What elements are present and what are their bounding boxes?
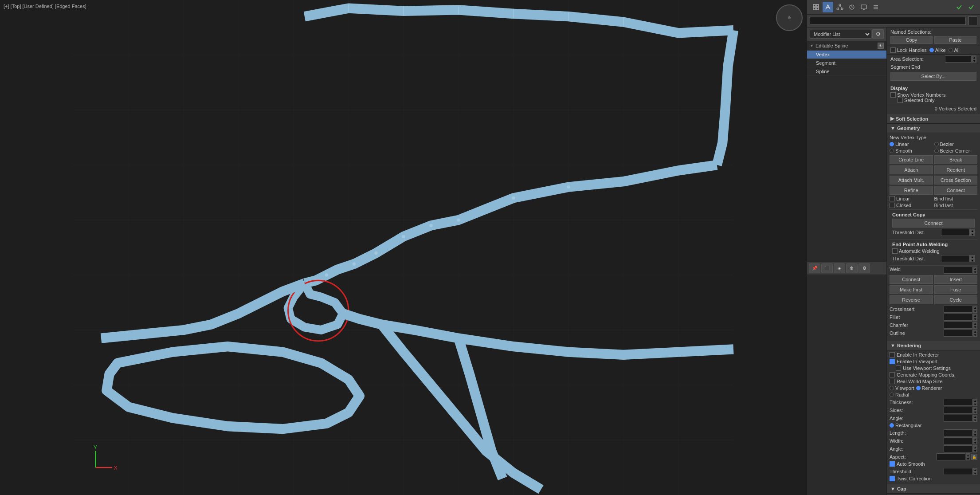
copy-button[interactable]: Copy <box>890 36 933 44</box>
connect-button[interactable]: Connect <box>934 186 978 195</box>
len-up[interactable]: ▲ <box>973 429 977 433</box>
renderer-rb[interactable] <box>916 386 921 390</box>
color-swatch[interactable] <box>968 16 977 25</box>
weld-up[interactable]: ▲ <box>973 267 977 270</box>
threshold-dist-input[interactable]: 0.0m <box>941 229 970 236</box>
cycle-button[interactable]: Cycle <box>934 295 978 304</box>
modifier-eye[interactable]: 👁 <box>878 43 884 49</box>
smooth-threshold-input[interactable]: 40.0 <box>944 468 972 475</box>
ci-up[interactable]: ▲ <box>973 306 977 309</box>
reverse-button[interactable]: Reverse <box>890 295 933 304</box>
bezier-rb[interactable] <box>934 142 939 146</box>
properties-panel[interactable]: Named Selections: Copy Paste Lock Handle… <box>887 28 980 495</box>
closed-check[interactable]: Closed <box>890 203 933 208</box>
radial-radio[interactable]: Radial <box>890 392 977 397</box>
tab-create[interactable] <box>811 2 821 12</box>
wid-down[interactable]: ▼ <box>973 441 977 444</box>
out-up[interactable]: ▲ <box>973 330 977 333</box>
twist-correction-check[interactable]: Twist Correction <box>890 476 977 481</box>
ang2-up[interactable]: ▲ <box>973 445 977 449</box>
closed-cb[interactable] <box>890 203 895 208</box>
cross-section-button[interactable]: Cross Section <box>934 176 978 185</box>
angle2-input[interactable]: 0.0 <box>944 445 972 452</box>
width-input[interactable]: 4.0m <box>944 437 972 444</box>
use-viewport-check[interactable]: Use Viewport Settings <box>896 365 977 371</box>
ang-down[interactable]: ▼ <box>973 418 977 422</box>
auto-smooth-check[interactable]: Auto Smooth <box>890 461 977 467</box>
smt-up[interactable]: ▲ <box>973 468 977 471</box>
weld-input[interactable]: 0.0m <box>944 267 972 274</box>
len-down[interactable]: ▼ <box>973 433 977 436</box>
alike-radio-btn[interactable] <box>929 48 934 52</box>
length-input[interactable]: 2.0m <box>944 429 972 436</box>
outline-input[interactable]: 0.0m <box>944 330 972 337</box>
viewport[interactable]: [+] [Top] [User Defined] [Edged Faces] ⊕ <box>0 0 807 495</box>
refine-button[interactable]: Refine <box>890 186 933 195</box>
cha-up[interactable]: ▲ <box>973 322 977 325</box>
twist-correction-cb[interactable] <box>890 476 895 481</box>
linear-cb[interactable] <box>890 196 895 201</box>
bezier-corner-rb[interactable] <box>934 149 939 153</box>
viewport-rb[interactable] <box>890 386 894 390</box>
enable-viewport-check[interactable]: Enable In Viewport <box>890 359 977 364</box>
fil-down[interactable]: ▼ <box>973 317 977 321</box>
reorient-button[interactable]: Reorient <box>934 165 978 174</box>
mod-remove-btn[interactable]: 🗑 <box>846 263 858 273</box>
aspect-lock[interactable]: 🔒 <box>971 454 977 460</box>
sub-spline[interactable]: Spline <box>807 67 886 76</box>
ang-up[interactable]: ▲ <box>973 415 977 418</box>
object-name-input[interactable]: new road <box>810 17 966 25</box>
mod-show-end-btn[interactable]: ⬛ <box>821 263 833 273</box>
modifier-list-dropdown[interactable]: Modifier List <box>810 30 871 39</box>
attach-mult-button[interactable]: Attach Mult. <box>890 176 933 185</box>
make-first-button[interactable]: Make First <box>890 285 933 294</box>
enable-viewport-cb[interactable] <box>890 359 895 364</box>
threshold-dist2-input[interactable]: 0.005m <box>941 255 970 262</box>
enable-renderer-check[interactable]: Enable In Renderer <box>890 352 977 358</box>
asp-up[interactable]: ▲ <box>966 453 970 457</box>
thr2-down[interactable]: ▼ <box>970 259 975 262</box>
rendering-header[interactable]: ▼ Rendering <box>887 341 980 350</box>
ci-down[interactable]: ▼ <box>973 309 977 313</box>
tab-motion[interactable] <box>847 2 857 12</box>
smt-down[interactable]: ▼ <box>973 471 977 475</box>
paste-button[interactable]: Paste <box>934 36 976 44</box>
thick-down[interactable]: ▼ <box>973 402 977 406</box>
geometry-header[interactable]: ▼ Geometry <box>887 124 980 133</box>
insert-button[interactable]: Insert <box>934 275 978 284</box>
auto-weld-cb[interactable] <box>892 248 898 254</box>
alike-radio[interactable]: Alike <box>929 47 946 53</box>
thr-up[interactable]: ▲ <box>970 229 975 232</box>
break-button[interactable]: Break <box>934 155 978 164</box>
thr2-up[interactable]: ▲ <box>970 255 975 259</box>
connect2-button[interactable]: Connect <box>892 219 975 228</box>
fuse-button[interactable]: Fuse <box>934 285 978 294</box>
tab-modify[interactable] <box>823 2 833 12</box>
all-radio[interactable]: All <box>949 47 960 53</box>
auto-weld-check[interactable]: Automatic Welding <box>892 248 975 254</box>
tab-hierarchy[interactable] <box>835 2 845 12</box>
tab-check1[interactable] <box>954 2 964 12</box>
linear-check[interactable]: Linear <box>890 196 933 201</box>
thickness-input[interactable]: 0.001m <box>944 399 972 406</box>
modifier-editable-spline[interactable]: ▼ Editable Spline 👁 <box>807 41 886 51</box>
bezier-corner-radio[interactable]: Bezier Corner <box>934 148 978 153</box>
viewport-nav[interactable]: ⊕ <box>776 4 803 31</box>
smooth-radio[interactable]: Smooth <box>890 148 933 153</box>
crossinsert-input[interactable]: 0.0m <box>944 306 972 313</box>
radial-rb[interactable] <box>890 393 894 397</box>
out-down[interactable]: ▼ <box>973 333 977 337</box>
thick-up[interactable]: ▲ <box>973 399 977 402</box>
asp-down[interactable]: ▼ <box>966 457 970 460</box>
soft-selection-header[interactable]: ▶ Soft Selection <box>887 114 980 124</box>
lock-handles-check[interactable]: Lock Handles <box>890 47 927 53</box>
ang2-down[interactable]: ▼ <box>973 449 977 452</box>
connect3-button[interactable]: Connect <box>890 275 933 284</box>
enable-renderer-cb[interactable] <box>890 352 895 358</box>
attach-button[interactable]: Attach <box>890 165 933 174</box>
weld-down[interactable]: ▼ <box>973 270 977 274</box>
sides-down[interactable]: ▼ <box>973 410 977 414</box>
sides-up[interactable]: ▲ <box>973 407 977 410</box>
rect-rb[interactable] <box>890 423 894 428</box>
tab-check2[interactable] <box>966 2 976 12</box>
